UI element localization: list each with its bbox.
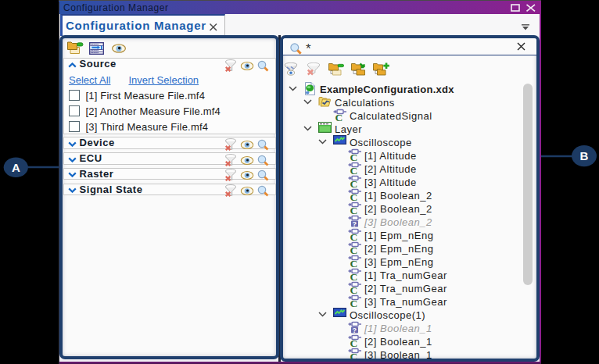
svg-text:C: C	[350, 298, 358, 308]
svg-text:C: C	[350, 284, 358, 294]
svg-text:C: C	[350, 205, 358, 215]
svg-text:C: C	[350, 351, 358, 361]
svg-text:A: A	[12, 161, 20, 174]
svg-text:B: B	[580, 149, 589, 162]
svg-text:C: C	[350, 337, 358, 348]
svg-text:C: C	[350, 271, 358, 281]
svg-text:?: ?	[353, 220, 357, 228]
svg-text:?: ?	[353, 327, 357, 334]
svg-text:C: C	[350, 152, 358, 162]
svg-text:C: C	[350, 244, 358, 255]
svg-text:C: C	[350, 258, 358, 268]
svg-text:C: C	[350, 191, 358, 202]
svg-text:C: C	[350, 178, 358, 188]
svg-text:C: C	[350, 231, 358, 241]
svg-text:C: C	[350, 165, 358, 175]
svg-text:C: C	[335, 112, 343, 122]
